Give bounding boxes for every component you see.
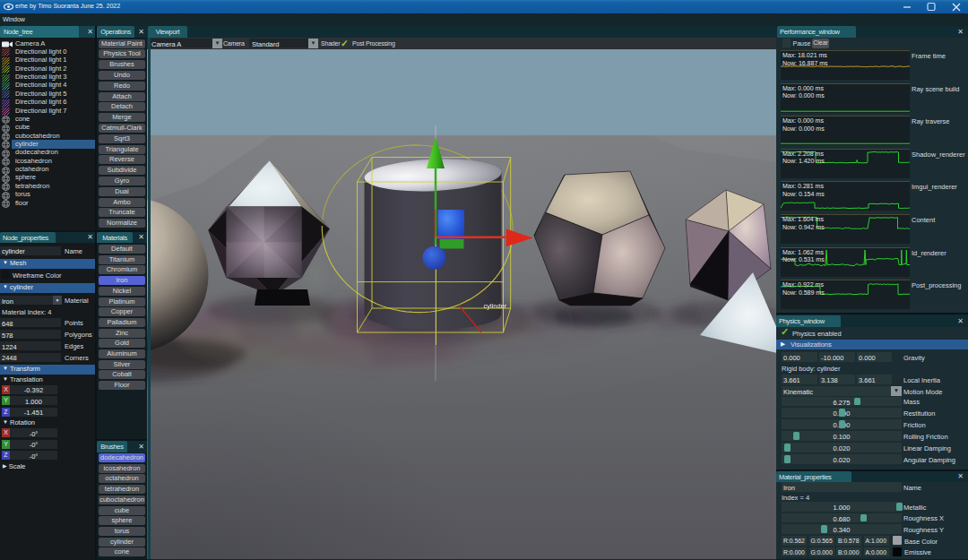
- svg-text:cylinder: cylinder: [484, 302, 507, 310]
